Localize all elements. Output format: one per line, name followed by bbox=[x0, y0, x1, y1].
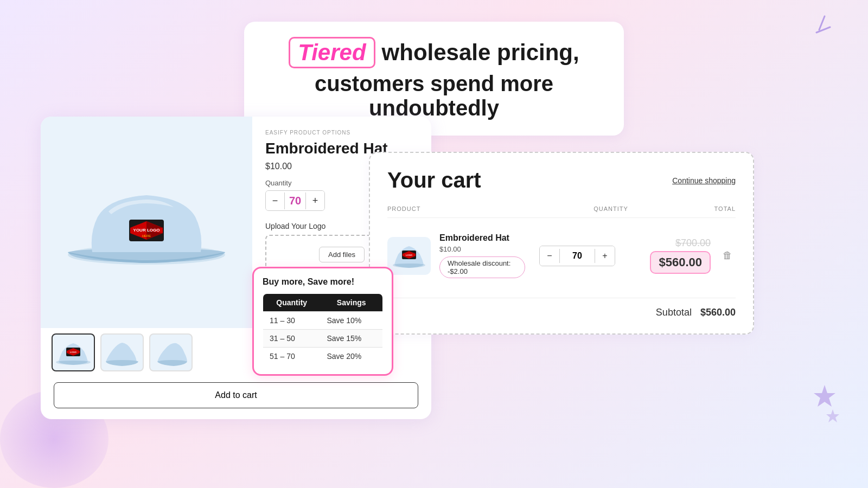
delete-area: 🗑 bbox=[719, 250, 736, 261]
cart-item-price: $10.00 bbox=[439, 245, 525, 253]
cart-price-col: $700.00 $560.00 bbox=[629, 237, 711, 274]
thumbnail-3[interactable] bbox=[149, 333, 193, 371]
continue-shopping-link[interactable]: Continue shopping bbox=[672, 176, 736, 185]
thumbnail-1[interactable]: LOGO bbox=[52, 333, 95, 371]
tier-range: 51 – 70 bbox=[263, 348, 321, 365]
easify-label: EASIFY PRODUCT OPTIONS bbox=[265, 130, 418, 136]
cart-item-name: Embroidered Hat bbox=[439, 233, 525, 243]
col-qty-label: QUANTITY bbox=[567, 206, 654, 212]
cart-title: Your cart bbox=[387, 168, 481, 192]
cart-item-thumb: LOGO bbox=[387, 237, 431, 275]
qty-value: 70 bbox=[284, 192, 306, 209]
add-to-cart-btn[interactable]: Add to cart bbox=[54, 382, 418, 408]
cart-panel: Your cart Continue shopping PRODUCT QUAN… bbox=[369, 152, 754, 335]
qty-plus-btn[interactable]: + bbox=[306, 191, 324, 210]
pricing-tier-row: 51 – 70Save 20% bbox=[263, 348, 383, 365]
col-product-label: PRODUCT bbox=[387, 206, 567, 212]
pricing-tier-row: 11 – 30Save 10% bbox=[263, 312, 383, 330]
cart-qty-control: − 70 + bbox=[539, 246, 615, 266]
tier-range: 11 – 30 bbox=[263, 312, 321, 330]
delete-icon[interactable]: 🗑 bbox=[723, 250, 732, 261]
hero-title-line2: customers spend more undoubtedly bbox=[277, 72, 591, 120]
subtotal-row: Subtotal $560.00 bbox=[387, 298, 736, 318]
col-total-label: TOTAL bbox=[654, 206, 736, 212]
qty-minus-btn[interactable]: − bbox=[266, 191, 284, 210]
product-thumbnails: LOGO bbox=[41, 328, 252, 382]
cart-header: Your cart Continue shopping bbox=[387, 168, 736, 192]
col-savings-header: Savings bbox=[320, 294, 382, 312]
cart-qty-value: 70 bbox=[559, 249, 595, 263]
svg-line-0 bbox=[819, 16, 825, 30]
cart-discounted-price: $560.00 bbox=[650, 251, 711, 274]
cart-original-price: $700.00 bbox=[675, 237, 711, 249]
cart-qty-minus-btn[interactable]: − bbox=[540, 246, 559, 266]
pricing-table: Quantity Savings 11 – 30Save 10%31 – 50S… bbox=[263, 293, 383, 365]
svg-marker-2 bbox=[814, 385, 835, 407]
qty-control: − 70 + bbox=[265, 190, 325, 211]
thumbnail-2[interactable] bbox=[100, 333, 144, 371]
tier-range: 31 – 50 bbox=[263, 330, 321, 348]
svg-text:YOUR LOGO: YOUR LOGO bbox=[133, 228, 160, 233]
tiered-badge: Tiered bbox=[289, 37, 375, 68]
svg-line-1 bbox=[816, 27, 830, 33]
popup-title: Buy more, Save more! bbox=[263, 277, 383, 287]
svg-text:HERE: HERE bbox=[142, 234, 151, 237]
pricing-popup: Buy more, Save more! Quantity Savings 11… bbox=[252, 267, 393, 376]
col-qty-header: Quantity bbox=[263, 294, 321, 312]
cart-qty-area: − 70 + bbox=[534, 246, 621, 266]
discount-badge: Wholesale discount: -$2.00 bbox=[439, 256, 525, 278]
cart-columns: PRODUCT QUANTITY TOTAL bbox=[387, 206, 736, 218]
tier-savings: Save 20% bbox=[320, 348, 382, 365]
svg-marker-3 bbox=[826, 409, 839, 422]
pricing-tier-row: 31 – 50Save 15% bbox=[263, 330, 383, 348]
product-image-area: YOUR LOGO HERE bbox=[41, 117, 252, 328]
subtotal-value: $560.00 bbox=[700, 307, 736, 318]
hat-main-image: YOUR LOGO HERE bbox=[65, 160, 228, 285]
cart-qty-plus-btn[interactable]: + bbox=[595, 246, 615, 266]
svg-text:LOGO: LOGO bbox=[406, 254, 412, 256]
hero-title-part1: wholesale pricing, bbox=[382, 40, 579, 66]
subtotal-label: Subtotal bbox=[656, 307, 692, 318]
add-files-btn[interactable]: Add files bbox=[319, 247, 365, 262]
tier-savings: Save 10% bbox=[320, 312, 382, 330]
cart-item-info: Embroidered Hat $10.00 Wholesale discoun… bbox=[439, 233, 525, 278]
tier-savings: Save 15% bbox=[320, 330, 382, 348]
svg-text:LOGO: LOGO bbox=[70, 351, 76, 354]
cart-item: LOGO Embroidered Hat $10.00 Wholesale di… bbox=[387, 227, 736, 285]
